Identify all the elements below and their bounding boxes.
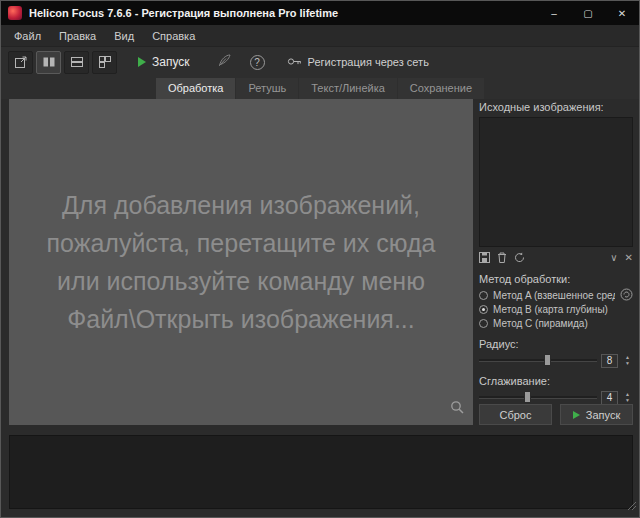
smoothing-label: Сглаживание: <box>479 375 633 387</box>
title-bar: Helicon Focus 7.6.6 - Регистрация выполн… <box>1 1 639 25</box>
key-icon <box>287 56 302 69</box>
smoothing-slider-handle[interactable] <box>524 391 531 403</box>
sources-panel: Исходные изображения: ∨ ✕ Метод обработк… <box>479 101 633 425</box>
source-list-toolbar: ∨ ✕ <box>479 249 633 267</box>
grid-view-icon <box>98 55 112 69</box>
delete-image-icon[interactable] <box>497 249 507 267</box>
view-grid-button[interactable] <box>92 51 117 74</box>
step-down-icon[interactable]: ▼ <box>622 361 633 366</box>
zoom-magnifier-icon[interactable] <box>450 400 465 419</box>
run-toolbar-label: Запуск <box>152 55 190 69</box>
menu-view[interactable]: Вид <box>105 25 143 47</box>
view-dual-pane-button[interactable] <box>36 51 61 74</box>
collapse-panel-icon[interactable]: ∨ <box>610 253 617 263</box>
close-button[interactable]: ✕ <box>605 1 639 25</box>
radius-label: Радиус: <box>479 338 633 350</box>
drop-hint-line: Для добавления изображений, <box>47 186 436 224</box>
reset-button[interactable]: Сброс <box>479 404 552 425</box>
help-icon: ? <box>254 57 260 68</box>
help-button[interactable]: ? <box>250 55 265 70</box>
resize-grip[interactable] <box>627 497 637 515</box>
smoothing-slider-row: 4 ▲ ▼ <box>479 391 633 404</box>
action-buttons: Сброс Запуск <box>479 404 633 425</box>
play-icon <box>138 57 146 67</box>
menu-edit[interactable]: Правка <box>50 25 105 47</box>
radius-value[interactable]: 8 <box>601 354 618 368</box>
save-list-icon[interactable] <box>479 249 490 267</box>
view-split-horizontal-button[interactable] <box>64 51 89 74</box>
radius-stepper[interactable]: ▲ ▼ <box>622 355 633 366</box>
radius-slider[interactable] <box>479 359 597 362</box>
register-network-button[interactable]: Регистрация через сеть <box>281 51 435 74</box>
run-button[interactable]: Запуск <box>560 404 633 425</box>
output-log-panel <box>9 435 633 509</box>
tab-text-scale[interactable]: Текст/Линейка <box>299 78 397 99</box>
method-group: Метод обработки: Метод A (взвешенное сре… <box>479 273 633 330</box>
method-b-radio[interactable]: Метод B (карта глубины) <box>479 303 633 316</box>
drop-hint-line: Файл\Открыть изображения... <box>47 300 436 338</box>
tab-saving[interactable]: Сохранение <box>398 78 484 99</box>
image-drop-area[interactable]: Для добавления изображений, пожалуйста, … <box>9 99 473 425</box>
method-a-label: Метод A (взвешенное среднее) <box>493 290 615 301</box>
method-b-label: Метод B (карта глубины) <box>493 304 608 315</box>
radius-slider-handle[interactable] <box>544 354 551 366</box>
radio-icon <box>479 291 488 300</box>
smoothing-stepper[interactable]: ▲ ▼ <box>622 392 633 403</box>
radio-icon <box>479 319 488 328</box>
step-down-icon[interactable]: ▼ <box>622 398 633 403</box>
drop-hint-line: пожалуйста, перетащите их сюда <box>47 224 436 262</box>
method-a-radio[interactable]: Метод A (взвешенное среднее) <box>479 289 633 302</box>
open-file-icon <box>14 55 28 69</box>
rotate-image-icon[interactable] <box>514 249 525 267</box>
minimize-button[interactable]: – <box>537 1 571 25</box>
app-icon <box>8 6 22 20</box>
window-title: Helicon Focus 7.6.6 - Регистрация выполн… <box>29 7 338 19</box>
tab-bar: Обработка Ретушь Текст/Линейка Сохранени… <box>1 77 639 99</box>
smoothing-slider[interactable] <box>479 396 597 399</box>
sources-title: Исходные изображения: <box>479 101 633 113</box>
menu-file[interactable]: Файл <box>5 25 50 47</box>
source-images-list[interactable] <box>479 117 633 247</box>
radius-slider-row: 8 ▲ ▼ <box>479 354 633 367</box>
tab-processing[interactable]: Обработка <box>156 78 235 99</box>
method-title: Метод обработки: <box>479 273 633 285</box>
tab-retouching[interactable]: Ретушь <box>236 78 298 99</box>
menu-help[interactable]: Справка <box>143 25 204 47</box>
method-reset-button[interactable] <box>620 287 633 305</box>
method-c-radio[interactable]: Метод C (пирамида) <box>479 317 633 330</box>
reset-label: Сброс <box>500 409 532 421</box>
feather-icon <box>217 53 232 72</box>
run-label: Запуск <box>586 409 620 421</box>
method-c-label: Метод C (пирамида) <box>493 318 588 329</box>
radio-checked-icon <box>479 305 488 314</box>
play-icon <box>573 411 580 419</box>
open-images-button[interactable] <box>8 51 33 74</box>
run-toolbar-button[interactable]: Запуск <box>128 51 200 74</box>
menu-bar: Файл Правка Вид Справка <box>1 25 639 47</box>
clear-list-icon[interactable]: ✕ <box>625 253 633 263</box>
split-horizontal-icon <box>70 55 84 69</box>
toolbar: Запуск ? Регистрация через сеть <box>1 47 639 77</box>
drop-hint-text: Для добавления изображений, пожалуйста, … <box>47 186 436 338</box>
retouch-brush-button[interactable] <box>214 53 236 72</box>
window-controls: – ▢ ✕ <box>537 1 639 25</box>
maximize-button[interactable]: ▢ <box>571 1 605 25</box>
smoothing-value[interactable]: 4 <box>601 391 618 405</box>
dual-pane-icon <box>42 55 56 69</box>
register-label: Регистрация через сеть <box>308 56 429 68</box>
app-window: Helicon Focus 7.6.6 - Регистрация выполн… <box>0 0 640 518</box>
drop-hint-line: или используйте команду меню <box>47 262 436 300</box>
